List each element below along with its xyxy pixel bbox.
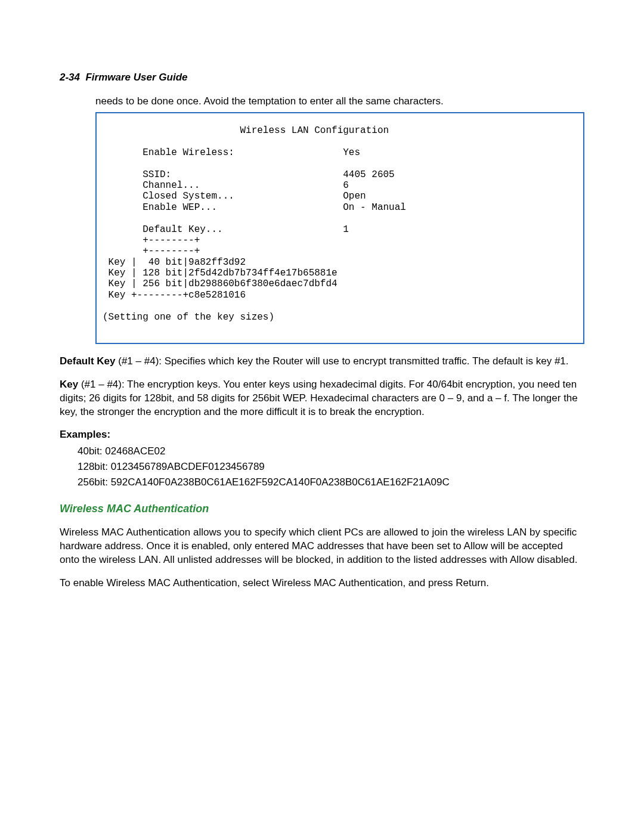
default-key-paragraph: Default Key (#1 – #4): Specifies which k… [60,355,584,368]
intro-line: needs to be done once. Avoid the temptat… [95,95,584,107]
document-page: 2-34 Firmware User Guide needs to be don… [0,0,644,833]
wireless-mac-heading: Wireless MAC Authentication [60,503,584,515]
doc-title: Firmware User Guide [85,72,187,83]
key-text: (#1 – #4): The encryption keys. You ente… [60,379,578,417]
body-text: Default Key (#1 – #4): Specifies which k… [60,355,584,419]
examples-heading: Examples: [60,429,584,441]
wireless-mac-p2: To enable Wireless MAC Authentication, s… [60,577,584,590]
wireless-mac-body: Wireless MAC Authentication allows you t… [60,526,584,590]
key-label: Key [60,379,78,390]
example-40bit: 40bit: 02468ACE02 [78,445,584,457]
default-key-text: (#1 – #4): Specifies which key the Route… [116,355,569,367]
page-header: 2-34 Firmware User Guide [60,72,584,83]
default-key-label: Default Key [60,355,116,367]
page-number: 2-34 [60,72,80,83]
key-paragraph: Key (#1 – #4): The encryption keys. You … [60,378,584,419]
wireless-mac-p1: Wireless MAC Authentication allows you t… [60,526,584,567]
wireless-lan-config-box: Wireless LAN Configuration Enable Wirele… [95,112,584,344]
example-128bit: 128bit: 0123456789ABCDEF0123456789 [78,461,584,473]
example-256bit: 256bit: 592CA140F0A238B0C61AE162F592CA14… [78,476,584,488]
